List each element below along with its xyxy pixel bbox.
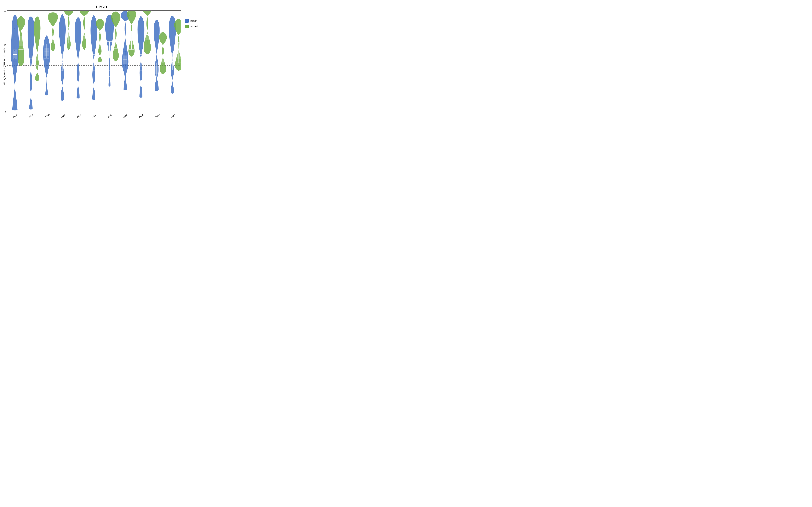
svg-rect-80	[130, 36, 134, 45]
svg-rect-124	[14, 50, 15, 51]
svg-rect-120	[14, 39, 14, 39]
svg-rect-85	[139, 59, 143, 67]
x-label-coad: COAD	[44, 113, 50, 118]
x-label-luad: LUAD	[107, 113, 113, 118]
y-tick-labels: 15 10 5 0	[1, 11, 6, 113]
svg-rect-119	[14, 36, 15, 37]
chart-title: HPGD	[96, 5, 107, 9]
legend-label-normal: Normal	[190, 25, 198, 28]
hnsc-tumor	[59, 14, 66, 101]
svg-rect-134	[14, 85, 15, 85]
legend-item-tumor: Tumor	[185, 19, 198, 23]
svg-rect-133	[15, 81, 15, 81]
y-tick-5: 5	[1, 77, 6, 79]
y-tick-10: 10	[1, 44, 6, 46]
x-label-brca: BRCA	[28, 113, 34, 118]
luad-tumor	[105, 15, 114, 87]
plot-area: 15 10 5 0	[7, 10, 181, 113]
svg-rect-60	[98, 39, 102, 47]
svg-rect-45	[76, 56, 80, 65]
x-label-prad: PRAD	[139, 113, 145, 118]
coad-tumor	[43, 35, 50, 95]
svg-rect-128	[14, 62, 15, 62]
svg-rect-113	[15, 19, 15, 20]
svg-rect-117	[14, 31, 14, 31]
x-label-kich: KICH	[77, 114, 82, 118]
svg-rect-130	[14, 69, 14, 69]
svg-rect-115	[15, 26, 15, 26]
blca-tumor	[11, 15, 19, 110]
svg-rect-112	[14, 18, 14, 19]
normal-swatch	[185, 25, 189, 29]
svg-rect-70	[114, 35, 118, 45]
x-label-kirc: KIRC	[92, 114, 97, 118]
x-label-lusc: LUSC	[123, 113, 129, 118]
svg-rect-30	[51, 33, 55, 42]
svg-rect-90	[145, 30, 149, 40]
svg-rect-127	[14, 58, 14, 59]
svg-rect-126	[15, 56, 15, 56]
x-label-ucec: UCEC	[170, 113, 176, 118]
thca-tumor	[154, 20, 160, 91]
chart-main: 15 10 5 0	[7, 10, 183, 123]
svg-rect-135	[14, 89, 14, 90]
legend-item-normal: Normal	[185, 25, 198, 29]
kirc-normal	[96, 19, 104, 62]
legend: Tumor Normal	[183, 17, 200, 123]
y-tick-15: 15	[1, 11, 6, 13]
svg-rect-122	[14, 45, 14, 46]
thca-normal	[159, 32, 167, 74]
svg-rect-129	[15, 65, 15, 66]
lusc-normal	[127, 11, 136, 57]
lusc-tumor	[121, 11, 130, 91]
chart-area-wrapper: mRNA Expression (RNASeq V2, log2) 15 10 …	[2, 10, 201, 125]
svg-rect-131	[15, 73, 15, 74]
x-axis-labels: BLCA BRCA COAD HNSC KICH KIRC LUAD LUSC …	[7, 113, 181, 123]
prad-tumor	[138, 16, 145, 98]
ucec-normal	[174, 19, 181, 71]
violin-svg	[7, 11, 181, 113]
x-label-blca: BLCA	[12, 113, 18, 118]
svg-rect-118	[15, 34, 15, 34]
x-label-hnsc: HNSC	[60, 113, 66, 118]
brca-tumor	[28, 16, 34, 110]
svg-rect-123	[15, 48, 16, 48]
svg-rect-116	[14, 28, 15, 29]
svg-rect-114	[14, 23, 14, 23]
svg-rect-137	[15, 95, 15, 95]
svg-rect-15	[29, 63, 33, 71]
chart-container: HPGD mRNA Expression (RNASeq V2, log2) 1…	[2, 2, 201, 125]
svg-rect-136	[14, 92, 15, 92]
kich-tumor	[75, 17, 82, 99]
tumor-swatch	[185, 19, 189, 23]
svg-rect-132	[14, 78, 14, 78]
x-label-thca: THCA	[154, 113, 160, 118]
svg-rect-55	[92, 59, 96, 67]
legend-label-tumor: Tumor	[190, 19, 197, 22]
kirc-tumor	[91, 15, 97, 100]
svg-rect-121	[15, 42, 15, 42]
brca-normal	[34, 16, 41, 81]
svg-rect-125	[14, 53, 14, 53]
y-tick-0: 0	[1, 111, 6, 113]
